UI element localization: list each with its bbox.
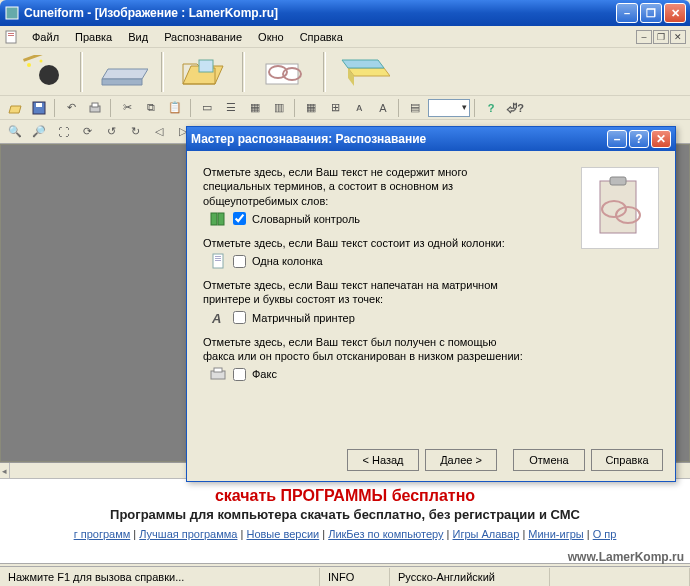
svg-point-7 — [40, 59, 43, 62]
dialog-minimize-button[interactable]: – — [607, 130, 627, 148]
single-column-checkbox[interactable] — [233, 255, 246, 268]
svg-marker-9 — [102, 79, 142, 85]
scan-button[interactable] — [87, 51, 157, 93]
mdi-minimize-button[interactable]: – — [636, 30, 652, 44]
select-tool-icon[interactable]: ▭ — [196, 98, 218, 118]
cut-icon[interactable]: ✂ — [116, 98, 138, 118]
svg-rect-36 — [214, 368, 222, 372]
statusbar: Нажмите F1 для вызова справки... INFO Ру… — [0, 566, 690, 586]
close-button[interactable]: ✕ — [664, 3, 686, 23]
dotmatrix-checkbox[interactable] — [233, 311, 246, 324]
menu-file[interactable]: Файл — [24, 29, 67, 45]
single-column-icon — [209, 252, 227, 270]
copy-icon[interactable]: ⧉ — [140, 98, 162, 118]
link-row: г программ | Лучшая программа | Новые ве… — [12, 528, 678, 540]
svg-rect-31 — [215, 256, 221, 257]
dialog-title: Мастер распознавания: Распознавание — [191, 132, 426, 146]
menu-help[interactable]: Справка — [292, 29, 351, 45]
table-tool-icon[interactable]: ▦ — [300, 98, 322, 118]
link-new[interactable]: Новые версии — [246, 528, 319, 540]
menu-edit[interactable]: Правка — [67, 29, 120, 45]
titlebar: Cuneiform - [Изображение : LamerKomp.ru]… — [0, 0, 690, 26]
wizard-dialog: Мастер распознавания: Распознавание – ? … — [186, 126, 676, 482]
status-lang: Русско-Английский — [390, 568, 550, 586]
toolbar-separator — [80, 52, 83, 92]
save-file-icon[interactable] — [28, 98, 50, 118]
dotmatrix-label: Матричный принтер — [252, 312, 355, 324]
svg-rect-12 — [199, 60, 213, 72]
svg-rect-0 — [6, 7, 18, 19]
watermark: www.LamerKomp.ru — [568, 550, 684, 564]
rotate-right-icon[interactable]: ↻ — [124, 122, 146, 142]
link-about[interactable]: О пр — [593, 528, 617, 540]
menu-window[interactable]: Окно — [250, 29, 292, 45]
help-button[interactable]: Справка — [591, 449, 663, 471]
lang-icon[interactable]: ▤ — [404, 98, 426, 118]
single-column-label: Одна колонка — [252, 255, 323, 267]
rotate-left-icon[interactable]: ↺ — [100, 122, 122, 142]
svg-rect-28 — [211, 213, 217, 225]
zoom-out-icon[interactable]: 🔎 — [28, 122, 50, 142]
dialog-titlebar: Мастер распознавания: Распознавание – ? … — [187, 127, 675, 151]
save-button[interactable] — [330, 51, 400, 93]
menu-view[interactable]: Вид — [120, 29, 156, 45]
menu-recognition[interactable]: Распознавание — [156, 29, 250, 45]
dotmatrix-icon: A — [209, 309, 227, 327]
svg-rect-25 — [610, 177, 626, 185]
dialog-help-button[interactable]: ? — [629, 130, 649, 148]
paste-icon[interactable]: 📋 — [164, 98, 186, 118]
zoom-in-icon[interactable]: 🔍 — [4, 122, 26, 142]
block-text-icon[interactable]: ☰ — [220, 98, 242, 118]
page-left-icon[interactable]: ◁ — [148, 122, 170, 142]
fax-checkbox[interactable] — [233, 368, 246, 381]
help-icon[interactable]: ? — [480, 98, 502, 118]
refresh-icon[interactable]: ⟳ — [76, 122, 98, 142]
svg-marker-17 — [342, 60, 384, 68]
svg-rect-3 — [8, 35, 14, 36]
fax-icon — [209, 365, 227, 383]
wizard-button[interactable] — [6, 51, 76, 93]
svg-marker-19 — [9, 106, 21, 113]
dictionary-checkbox[interactable] — [233, 212, 246, 225]
fit-width-icon[interactable]: ⛶ — [52, 122, 74, 142]
font-big-icon[interactable]: A — [372, 98, 394, 118]
svg-text:A: A — [211, 311, 221, 325]
lang-combo[interactable] — [428, 99, 470, 117]
back-button[interactable]: < Назад — [347, 449, 419, 471]
block-image-icon[interactable]: ▦ — [244, 98, 266, 118]
recognize-button[interactable] — [249, 51, 319, 93]
whatsthis-icon[interactable]: ⮰? — [504, 98, 526, 118]
print-icon[interactable] — [84, 98, 106, 118]
next-button[interactable]: Далее > — [425, 449, 497, 471]
page-subhead: Программы для компьютера скачать бесплат… — [12, 507, 678, 522]
link-catalog[interactable]: г программ — [74, 528, 131, 540]
toolbar-separator — [161, 52, 164, 92]
toolbar-separator — [323, 52, 326, 92]
svg-rect-32 — [215, 258, 221, 259]
maximize-button[interactable]: ❐ — [640, 3, 662, 23]
status-info: INFO — [320, 568, 390, 586]
dialog-close-button[interactable]: ✕ — [651, 130, 671, 148]
status-hint: Нажмите F1 для вызова справки... — [0, 568, 320, 586]
link-likbez[interactable]: ЛикБез по компьютеру — [328, 528, 443, 540]
mdi-restore-button[interactable]: ❐ — [653, 30, 669, 44]
open-button[interactable] — [168, 51, 238, 93]
open-file-icon[interactable] — [4, 98, 26, 118]
fax-label: Факс — [252, 368, 277, 380]
table-insert-icon[interactable]: ⊞ — [324, 98, 346, 118]
page-headline: скачать ПРОГРАММЫ бесплатно — [12, 487, 678, 505]
app-icon — [4, 5, 20, 21]
block-table-icon[interactable]: ▥ — [268, 98, 290, 118]
minimize-button[interactable]: – — [616, 3, 638, 23]
cancel-button[interactable]: Отмена — [513, 449, 585, 471]
svg-point-4 — [39, 65, 59, 85]
mdi-doc-icon — [4, 29, 20, 45]
link-best[interactable]: Лучшая программа — [139, 528, 237, 540]
dictionary-label: Словарный контроль — [252, 213, 360, 225]
link-mini[interactable]: Мини-игры — [528, 528, 583, 540]
mdi-close-button[interactable]: ✕ — [670, 30, 686, 44]
link-alawar[interactable]: Игры Алавар — [453, 528, 520, 540]
font-small-icon[interactable]: ᴀ — [348, 98, 370, 118]
option1-desc: Отметьте здесь, если Ваш текст не содерж… — [203, 165, 523, 208]
undo-icon[interactable]: ↶ — [60, 98, 82, 118]
